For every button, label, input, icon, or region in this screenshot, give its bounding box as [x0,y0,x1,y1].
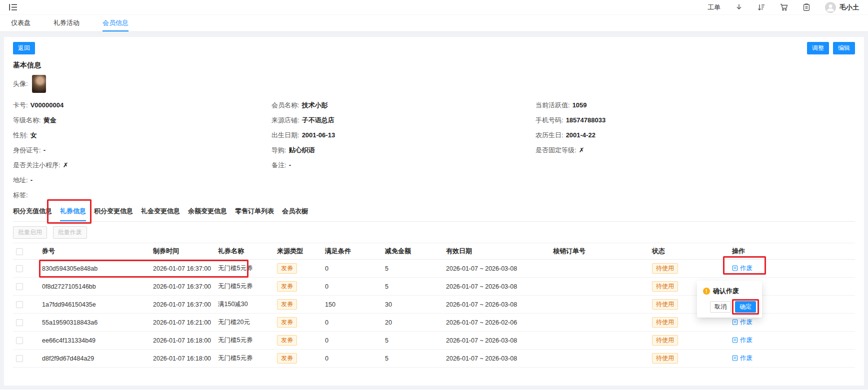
cell-coupon-name: 无门槛5元券 [214,350,273,368]
status-badge: 待使用 [652,317,678,328]
void-link[interactable]: 作废 [732,318,752,327]
batch-actions: 批量启用 批量作废 [13,226,855,239]
card-toolbar: 返回 调整 编辑 [13,42,855,54]
cell-operation: 作废 ! 确认作废 取消 确定 [728,260,855,278]
cell-created-time: 2026-01-07 16:37:00 [149,260,214,278]
void-doc-icon [732,319,738,325]
status-badge: 待使用 [652,335,678,346]
adjust-button[interactable]: 调整 [807,42,829,54]
cell-condition: 0 [321,260,381,278]
void-confirm-popover: ! 确认作废 取消 确定 [697,281,762,318]
row-checkbox[interactable] [16,337,23,344]
cell-coupon-name: 无门槛5元券 [214,278,273,296]
cell-status: 待使用 [648,332,728,350]
tab-coupon-activity[interactable]: 礼券活动 [54,15,80,31]
subtab-gift-money-change[interactable]: 礼金变更信息 [141,204,180,221]
menu-fold-icon[interactable] [9,3,18,11]
select-all-checkbox[interactable] [16,248,23,255]
subtab-coupon-info[interactable]: 礼券信息 [60,204,86,221]
work-order-link[interactable]: 工单 [708,3,720,12]
cell-source-type: 发券 [273,260,321,278]
subtab-balance-change[interactable]: 余额变更信息 [188,204,227,221]
cell-source-type: 发券 [273,314,321,332]
cell-source-type: 发券 [273,350,321,368]
field-miniprogram-follow: 是否关注小程序:✗ [13,158,272,173]
warning-icon: ! [703,288,710,295]
cell-condition: 0 [321,314,381,332]
detail-sub-tabs: 积分充值信息 礼券信息 积分变更信息 礼金变更信息 余额变更信息 零售订单列表 … [13,204,855,222]
cell-discount-amount: 5 [381,278,442,296]
tab-member-info[interactable]: 会员信息 [102,15,128,31]
info-column-1: 卡号:V00000004 等级名称:黄金 性别:女 身份证号:- 是否关注小程序… [13,98,272,203]
subtab-member-wardrobe[interactable]: 会员衣橱 [282,204,308,221]
header-select-all [13,243,38,260]
void-doc-icon [732,355,738,361]
info-column-3: 当前活跃值:1059 手机号码:18574788033 农历生日:2001-4-… [536,98,855,203]
field-id-number: 身份证号:- [13,143,272,158]
cell-verify-order-no [549,332,648,350]
field-card-no: 卡号:V00000004 [13,98,272,113]
batch-enable-button[interactable]: 批量启用 [13,226,47,239]
field-level-name: 等级名称:黄金 [13,113,272,128]
cell-created-time: 2026-01-07 16:21:00 [149,314,214,332]
basic-info-title: 基本信息 [13,61,855,70]
cell-verify-order-no [549,260,648,278]
header-coupon-name: 礼券名称 [214,243,273,260]
cell-valid-date: 2026-01-07 ~ 2026-02-06 [442,314,549,332]
batch-void-button[interactable]: 批量作废 [53,226,87,239]
void-link[interactable]: 作废 [732,264,752,273]
content-area: 返回 调整 编辑 基本信息 头像: 卡号:V00000004 等级名称:黄金 性… [0,32,868,390]
cell-coupon-no: 0f8d2727105146bb [38,278,149,296]
edit-button[interactable]: 编辑 [833,42,855,54]
status-badge: 待使用 [652,281,678,292]
void-link[interactable]: 作废 [732,354,752,363]
cell-checkbox [13,332,38,350]
back-button[interactable]: 返回 [13,42,35,54]
source-type-badge: 发券 [277,299,297,310]
cell-created-time: 2026-01-07 16:18:00 [149,350,214,368]
member-detail-card: 返回 调整 编辑 基本信息 头像: 卡号:V00000004 等级名称:黄金 性… [4,37,864,386]
cell-status: 待使用 [648,260,728,278]
header-source-type: 来源类型 [273,243,321,260]
cell-valid-date: 2026-01-07 ~ 2026-03-08 [442,350,549,368]
member-avatar-photo[interactable] [32,75,46,93]
user-menu[interactable]: 毛小土 [825,2,859,13]
subtab-points-recharge[interactable]: 积分充值信息 [13,204,52,221]
nav-tabs: 仪表盘 礼券活动 会员信息 [0,15,868,32]
tab-dashboard[interactable]: 仪表盘 [11,15,30,31]
avatar-label: 头像: [13,79,28,88]
cell-coupon-name: 无门槛20元 [214,314,273,332]
cart-icon[interactable] [780,3,788,11]
subtab-retail-orders[interactable]: 零售订单列表 [235,204,274,221]
cell-checkbox [13,296,38,314]
topbar: 工单 毛小土 [0,0,868,15]
row-checkbox[interactable] [16,355,23,362]
table-header-row: 券号 制券时间 礼券名称 来源类型 满足条件 减免金额 有效日期 核销订单号 状… [13,243,855,260]
source-type-badge: 发券 [277,353,297,364]
header-valid-date: 有效日期 [442,243,549,260]
row-checkbox[interactable] [16,301,23,308]
cell-discount-amount: 20 [381,314,442,332]
cancel-button[interactable]: 取消 [710,301,731,313]
header-operation: 操作 [728,243,855,260]
void-link[interactable]: 作废 [732,336,752,345]
table-row: d8f2f9d67d484a29 2026-01-07 16:18:00 无门槛… [13,350,855,368]
subtab-points-change[interactable]: 积分变更信息 [94,204,133,221]
clipboard-icon[interactable] [803,3,810,11]
header-condition: 满足条件 [321,243,381,260]
source-type-badge: 发券 [277,263,297,274]
row-checkbox[interactable] [16,265,23,272]
cell-discount-amount: 5 [381,350,442,368]
field-source-store: 来源店铺:子不语总店 [272,113,536,128]
row-checkbox[interactable] [16,319,23,326]
sort-icon[interactable] [758,3,765,11]
status-badge: 待使用 [652,353,678,364]
field-lunar-birthday: 农历生日:2001-4-22 [536,128,855,143]
confirm-button[interactable]: 确定 [735,301,756,313]
row-checkbox[interactable] [16,283,23,290]
cell-source-type: 发券 [273,296,321,314]
download-icon[interactable] [736,3,742,11]
subtab-coupon-info-label: 礼券信息 [60,207,86,215]
cell-status: 待使用 [648,350,728,368]
cell-coupon-no: ee66c4f131334b49 [38,332,149,350]
